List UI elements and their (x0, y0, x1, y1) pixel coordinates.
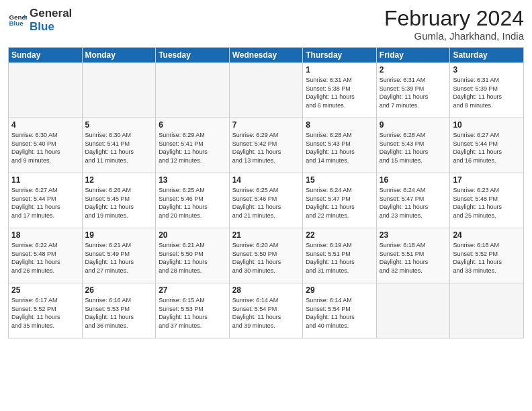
day-number: 22 (306, 230, 373, 240)
day-info: Sunrise: 6:18 AM Sunset: 5:52 PM Dayligh… (453, 241, 521, 275)
calendar-cell: 3Sunrise: 6:31 AM Sunset: 5:39 PM Daylig… (450, 63, 524, 118)
calendar-cell: 22Sunrise: 6:19 AM Sunset: 5:51 PM Dayli… (303, 228, 377, 283)
calendar-cell: 5Sunrise: 6:30 AM Sunset: 5:41 PM Daylig… (82, 118, 156, 173)
day-number: 26 (85, 285, 153, 295)
day-info: Sunrise: 6:14 AM Sunset: 5:54 PM Dayligh… (232, 296, 300, 330)
day-info: Sunrise: 6:30 AM Sunset: 5:40 PM Dayligh… (11, 131, 79, 165)
day-number: 28 (232, 285, 300, 295)
calendar-cell: 4Sunrise: 6:30 AM Sunset: 5:40 PM Daylig… (9, 118, 83, 173)
day-info: Sunrise: 6:28 AM Sunset: 5:43 PM Dayligh… (380, 131, 447, 165)
calendar-cell (229, 63, 303, 118)
calendar-cell: 1Sunrise: 6:31 AM Sunset: 5:38 PM Daylig… (303, 63, 377, 118)
day-info: Sunrise: 6:25 AM Sunset: 5:46 PM Dayligh… (232, 186, 300, 220)
calendar-cell: 6Sunrise: 6:29 AM Sunset: 5:41 PM Daylig… (156, 118, 230, 173)
day-number: 15 (306, 175, 373, 185)
day-number: 9 (380, 120, 447, 130)
day-info: Sunrise: 6:25 AM Sunset: 5:46 PM Dayligh… (159, 186, 226, 220)
day-info: Sunrise: 6:14 AM Sunset: 5:54 PM Dayligh… (306, 296, 373, 330)
calendar-cell (82, 63, 156, 118)
col-header-sunday: Sunday (9, 48, 83, 63)
day-info: Sunrise: 6:17 AM Sunset: 5:52 PM Dayligh… (11, 296, 79, 330)
day-info: Sunrise: 6:18 AM Sunset: 5:51 PM Dayligh… (380, 241, 447, 275)
day-number: 1 (306, 65, 373, 75)
col-header-thursday: Thursday (303, 48, 377, 63)
day-number: 25 (11, 285, 79, 295)
calendar-cell: 12Sunrise: 6:26 AM Sunset: 5:45 PM Dayli… (82, 173, 156, 228)
day-info: Sunrise: 6:30 AM Sunset: 5:41 PM Dayligh… (85, 131, 153, 165)
calendar-week-row: 1Sunrise: 6:31 AM Sunset: 5:38 PM Daylig… (9, 63, 524, 118)
day-info: Sunrise: 6:19 AM Sunset: 5:51 PM Dayligh… (306, 241, 373, 275)
day-number: 29 (306, 285, 373, 295)
day-info: Sunrise: 6:15 AM Sunset: 5:53 PM Dayligh… (159, 296, 226, 330)
day-info: Sunrise: 6:31 AM Sunset: 5:39 PM Dayligh… (453, 76, 521, 109)
day-number: 7 (232, 120, 300, 130)
day-number: 13 (159, 175, 226, 185)
calendar-cell: 27Sunrise: 6:15 AM Sunset: 5:53 PM Dayli… (156, 283, 230, 338)
day-number: 5 (85, 120, 153, 130)
day-number: 19 (85, 230, 153, 240)
logo-line1: General (30, 7, 72, 20)
day-number: 24 (453, 230, 521, 240)
calendar-week-row: 11Sunrise: 6:27 AM Sunset: 5:44 PM Dayli… (9, 173, 524, 228)
day-number: 17 (453, 175, 521, 185)
calendar-cell: 15Sunrise: 6:24 AM Sunset: 5:47 PM Dayli… (303, 173, 377, 228)
day-number: 11 (11, 175, 79, 185)
calendar-cell: 11Sunrise: 6:27 AM Sunset: 5:44 PM Dayli… (9, 173, 83, 228)
calendar-header-row: SundayMondayTuesdayWednesdayThursdayFrid… (9, 48, 524, 63)
calendar-cell (9, 63, 83, 118)
calendar-cell: 10Sunrise: 6:27 AM Sunset: 5:44 PM Dayli… (450, 118, 524, 173)
col-header-tuesday: Tuesday (156, 48, 230, 63)
calendar-cell: 8Sunrise: 6:28 AM Sunset: 5:43 PM Daylig… (303, 118, 377, 173)
day-info: Sunrise: 6:26 AM Sunset: 5:45 PM Dayligh… (85, 186, 153, 220)
header: General Blue General Blue February 2024 … (8, 7, 524, 42)
day-number: 20 (159, 230, 226, 240)
day-info: Sunrise: 6:22 AM Sunset: 5:48 PM Dayligh… (11, 241, 79, 275)
calendar-cell: 29Sunrise: 6:14 AM Sunset: 5:54 PM Dayli… (303, 283, 377, 338)
calendar-cell: 20Sunrise: 6:21 AM Sunset: 5:50 PM Dayli… (156, 228, 230, 283)
calendar-cell: 18Sunrise: 6:22 AM Sunset: 5:48 PM Dayli… (9, 228, 83, 283)
day-number: 8 (306, 120, 373, 130)
calendar-cell (376, 283, 450, 338)
day-number: 12 (85, 175, 153, 185)
day-number: 14 (232, 175, 300, 185)
calendar-cell: 25Sunrise: 6:17 AM Sunset: 5:52 PM Dayli… (9, 283, 83, 338)
calendar-cell: 13Sunrise: 6:25 AM Sunset: 5:46 PM Dayli… (156, 173, 230, 228)
calendar-cell: 14Sunrise: 6:25 AM Sunset: 5:46 PM Dayli… (229, 173, 303, 228)
col-header-monday: Monday (82, 48, 156, 63)
calendar-week-row: 25Sunrise: 6:17 AM Sunset: 5:52 PM Dayli… (9, 283, 524, 338)
col-header-wednesday: Wednesday (229, 48, 303, 63)
svg-text:Blue: Blue (9, 19, 24, 27)
calendar-cell: 24Sunrise: 6:18 AM Sunset: 5:52 PM Dayli… (450, 228, 524, 283)
day-info: Sunrise: 6:24 AM Sunset: 5:47 PM Dayligh… (306, 186, 373, 220)
day-info: Sunrise: 6:31 AM Sunset: 5:39 PM Dayligh… (380, 76, 447, 109)
day-number: 18 (11, 230, 79, 240)
day-number: 6 (159, 120, 226, 130)
day-number: 4 (11, 120, 79, 130)
day-info: Sunrise: 6:24 AM Sunset: 5:47 PM Dayligh… (380, 186, 447, 220)
day-info: Sunrise: 6:20 AM Sunset: 5:50 PM Dayligh… (232, 241, 300, 275)
col-header-friday: Friday (376, 48, 450, 63)
day-number: 27 (159, 285, 226, 295)
logo-line2: Blue (30, 20, 72, 34)
day-number: 21 (232, 230, 300, 240)
calendar-cell (156, 63, 230, 118)
day-info: Sunrise: 6:21 AM Sunset: 5:49 PM Dayligh… (85, 241, 153, 275)
calendar-cell: 17Sunrise: 6:23 AM Sunset: 5:48 PM Dayli… (450, 173, 524, 228)
calendar-cell: 28Sunrise: 6:14 AM Sunset: 5:54 PM Dayli… (229, 283, 303, 338)
day-info: Sunrise: 6:28 AM Sunset: 5:43 PM Dayligh… (306, 131, 373, 165)
calendar-cell: 26Sunrise: 6:16 AM Sunset: 5:53 PM Dayli… (82, 283, 156, 338)
calendar-cell: 16Sunrise: 6:24 AM Sunset: 5:47 PM Dayli… (376, 173, 450, 228)
title-block: February 2024 Gumla, Jharkhand, India (384, 7, 524, 42)
day-info: Sunrise: 6:23 AM Sunset: 5:48 PM Dayligh… (453, 186, 521, 220)
calendar-table: SundayMondayTuesdayWednesdayThursdayFrid… (8, 47, 524, 338)
day-number: 2 (380, 65, 447, 75)
day-info: Sunrise: 6:31 AM Sunset: 5:38 PM Dayligh… (306, 76, 373, 109)
calendar-cell (450, 283, 524, 338)
calendar-cell: 21Sunrise: 6:20 AM Sunset: 5:50 PM Dayli… (229, 228, 303, 283)
month-title: February 2024 (384, 7, 524, 30)
day-number: 10 (453, 120, 521, 130)
day-info: Sunrise: 6:27 AM Sunset: 5:44 PM Dayligh… (11, 186, 79, 220)
col-header-saturday: Saturday (450, 48, 524, 63)
calendar-cell: 7Sunrise: 6:29 AM Sunset: 5:42 PM Daylig… (229, 118, 303, 173)
day-info: Sunrise: 6:21 AM Sunset: 5:50 PM Dayligh… (159, 241, 226, 275)
